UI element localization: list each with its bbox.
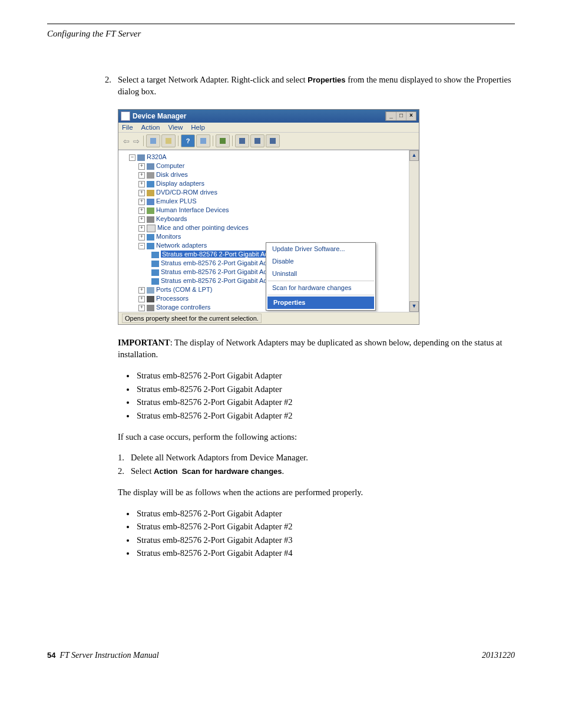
menu-action[interactable]: Action <box>141 124 160 131</box>
expand-icon[interactable]: + <box>138 225 145 232</box>
tree-root[interactable]: −R320A <box>121 153 416 162</box>
keyboard-icon <box>147 216 154 223</box>
list-item: Stratus emb-82576 2-Port Gigabit Adapter <box>135 383 515 396</box>
window-controls: _ □ × <box>385 111 416 121</box>
menu-file[interactable]: File <box>122 124 133 131</box>
toolbar-help-icon[interactable]: ? <box>181 134 195 147</box>
toolbar-btn4-icon[interactable] <box>196 134 210 147</box>
duplicated-adapters-list: Stratus emb-82576 2-Port Gigabit Adapter… <box>118 369 515 422</box>
forward-button[interactable]: ⇨ <box>132 137 141 146</box>
list-item: Stratus emb-82576 2-Port Gigabit Adapter… <box>135 396 515 409</box>
window-titlebar: Device Manager _ □ × <box>118 110 419 123</box>
toolbar-btn8-icon[interactable] <box>266 134 280 147</box>
expand-icon[interactable]: + <box>138 234 145 241</box>
statusbar: Opens property sheet for the current sel… <box>118 312 419 324</box>
tree-node[interactable]: +Display adapters <box>121 179 416 188</box>
toolbar-btn1-icon[interactable] <box>146 134 160 147</box>
expand-icon[interactable]: + <box>138 181 145 187</box>
minimize-button[interactable]: _ <box>386 112 396 120</box>
toolbar-btn5-icon[interactable] <box>216 134 230 147</box>
mouse-icon <box>147 225 156 232</box>
collapse-icon[interactable]: − <box>138 243 145 249</box>
list-item: Stratus emb-82576 2-Port Gigabit Adapter <box>135 507 515 520</box>
tree-node[interactable]: +Mice and other pointing devices <box>121 223 416 232</box>
step2-text-a: Select a target Network Adapter. Right-c… <box>118 75 308 84</box>
disk-icon <box>147 172 154 179</box>
network-icon <box>147 243 154 249</box>
ctx-properties[interactable]: Properties <box>267 297 374 309</box>
step-2: 2.Select a target Network Adapter. Right… <box>118 74 515 97</box>
tree-node[interactable]: +Keyboards <box>121 215 416 223</box>
doc-date: 20131220 <box>482 651 515 660</box>
ctx-uninstall[interactable]: Uninstall <box>266 268 375 280</box>
vertical-scrollbar[interactable]: ▲ ▼ <box>409 150 419 312</box>
toolbar-btn2-icon[interactable] <box>161 134 176 147</box>
running-head: Configuring the FT Server <box>47 29 515 39</box>
nic-icon <box>151 269 159 276</box>
ctx-scan[interactable]: Scan for hardware changes <box>266 282 375 294</box>
action-item: 2.Select Action Scan for hardware change… <box>118 465 515 477</box>
expand-icon[interactable]: + <box>138 172 145 179</box>
expand-icon[interactable]: + <box>138 199 145 205</box>
tree-node[interactable]: +Human Interface Devices <box>121 206 416 215</box>
ctx-disable[interactable]: Disable <box>266 255 375 268</box>
expand-icon[interactable]: + <box>138 163 145 170</box>
important-text: : The display of Network Adapters may be… <box>118 338 502 359</box>
toolbar-btn6-icon[interactable] <box>235 134 249 147</box>
window-title: Device Manager <box>133 112 186 120</box>
processor-icon <box>147 296 154 302</box>
expand-icon[interactable]: + <box>138 207 145 214</box>
expand-icon[interactable]: + <box>138 305 145 311</box>
maximize-button[interactable]: □ <box>396 112 406 120</box>
ports-icon <box>147 287 154 294</box>
device-manager-screenshot: Device Manager _ □ × File Action View He… <box>118 109 419 325</box>
expand-icon[interactable]: + <box>138 287 145 294</box>
display-will-para: The display will be as follows when the … <box>118 486 515 498</box>
tree-node[interactable]: +Monitors <box>121 232 416 241</box>
context-menu: Update Driver Software... Disable Uninst… <box>266 242 376 311</box>
nic-icon <box>151 252 159 258</box>
tree-node[interactable]: +DVD/CD-ROM drives <box>121 188 416 197</box>
tree-node[interactable]: +Emulex PLUS <box>121 197 416 206</box>
selected-adapter[interactable]: Stratus emb-82576 2-Port Gigabit Ada <box>161 251 273 258</box>
actions-list: 1.Delete all Network Adaptors from Devic… <box>118 451 515 477</box>
collapse-icon[interactable]: − <box>129 154 135 161</box>
display-icon <box>147 181 154 187</box>
computer-icon <box>137 154 145 161</box>
menu-help[interactable]: Help <box>191 124 205 131</box>
tree-node[interactable]: +Disk drives <box>121 170 416 179</box>
computer-icon <box>147 163 154 170</box>
back-button[interactable]: ⇦ <box>122 137 131 146</box>
toolbar-btn7-icon[interactable] <box>250 134 265 147</box>
tree-node[interactable]: +Computer <box>121 162 416 170</box>
important-label: IMPORTANT <box>118 338 170 347</box>
expand-icon[interactable]: + <box>138 190 145 196</box>
action-item: 1.Delete all Network Adaptors from Devic… <box>118 451 515 464</box>
step2-number: 2. <box>105 74 118 86</box>
list-item: Stratus emb-82576 2-Port Gigabit Adapter <box>135 369 515 382</box>
app-icon <box>121 111 130 121</box>
scroll-up-icon[interactable]: ▲ <box>409 150 419 161</box>
device-tree[interactable]: −R320A +Computer +Disk drives +Display a… <box>118 150 419 312</box>
list-item: Stratus emb-82576 2-Port Gigabit Adapter… <box>135 409 515 422</box>
emulex-icon <box>147 199 154 205</box>
final-adapters-list: Stratus emb-82576 2-Port Gigabit Adapter… <box>118 507 515 560</box>
important-para: IMPORTANT: The display of Network Adapte… <box>118 337 515 361</box>
if-such-para: If such a case occurs, perform the follo… <box>118 431 515 443</box>
expand-icon[interactable]: + <box>138 296 145 302</box>
close-button[interactable]: × <box>406 112 416 120</box>
storage-icon <box>147 305 154 311</box>
page-number: 54 <box>47 651 55 660</box>
nic-icon <box>151 261 159 267</box>
doc-title: FT Server Instruction Manual <box>59 651 158 660</box>
monitor-icon <box>147 234 154 241</box>
hid-icon <box>147 207 154 214</box>
list-item: Stratus emb-82576 2-Port Gigabit Adapter… <box>135 533 515 546</box>
ctx-update-driver[interactable]: Update Driver Software... <box>266 243 375 255</box>
statusbar-text: Opens property sheet for the current sel… <box>122 314 262 323</box>
dvd-icon <box>147 190 154 196</box>
nic-icon <box>151 278 159 285</box>
expand-icon[interactable]: + <box>138 216 145 223</box>
menu-view[interactable]: View <box>168 124 183 131</box>
scroll-down-icon[interactable]: ▼ <box>409 301 419 312</box>
